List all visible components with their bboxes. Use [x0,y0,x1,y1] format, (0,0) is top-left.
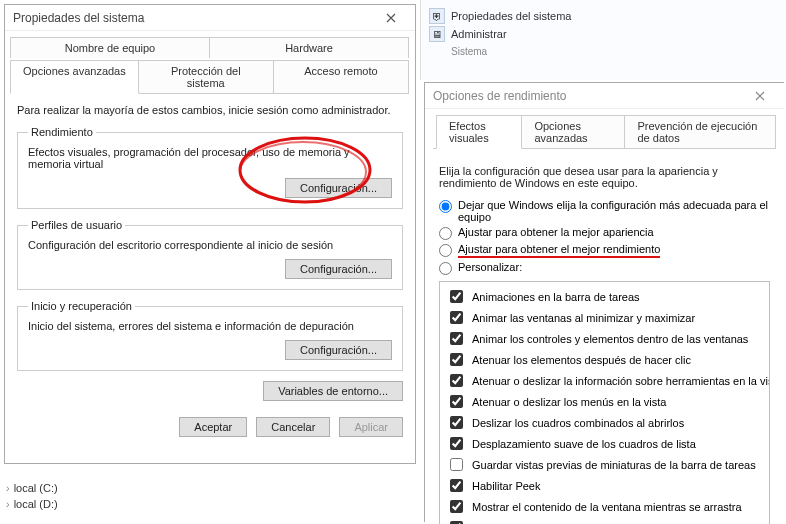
tab-system-protection[interactable]: Protección del sistema [138,60,274,93]
chevron-right-icon: › [6,498,10,510]
group-startup-recovery: Inicio y recuperación Inicio del sistema… [17,300,403,371]
visual-effect-label: Animar los controles y elementos dentro … [472,333,748,345]
computer-icon: 🖥 [429,26,445,42]
startup-recovery-settings-button[interactable]: Configuración... [285,340,392,360]
visual-effect-checkbox[interactable] [450,416,463,429]
visual-effect-checkbox[interactable] [450,311,463,324]
visual-effect-label: Animar las ventanas al minimizar y maxim… [472,312,695,324]
visual-effect-option[interactable]: Mostrar el rectángulo de selección trans… [446,517,763,524]
group-startup-recovery-desc: Inicio del sistema, errores del sistema … [28,320,392,332]
visual-effect-checkbox[interactable] [450,290,463,303]
close-button[interactable] [373,8,409,28]
close-icon [386,13,396,23]
visual-effect-label: Deslizar los cuadros combinados al abrir… [472,417,684,429]
visual-effect-option[interactable]: Atenuar los elementos después de hacer c… [446,349,763,370]
radio-best-appearance[interactable]: Ajustar para obtener la mejor apariencia [439,226,770,240]
radio-custom[interactable]: Personalizar: [439,261,770,275]
radio-custom-input[interactable] [439,262,452,275]
group-performance-legend: Rendimiento [28,126,96,138]
visual-effect-label: Atenuar o deslizar la información sobre … [472,375,770,387]
background-system-panel: ⛨ Propiedades del sistema 🖥 Administrar … [420,0,786,80]
bg-link-system-properties[interactable]: ⛨ Propiedades del sistema [429,8,778,24]
visual-effect-option[interactable]: Habilitar Peek [446,475,763,496]
visual-effect-option[interactable]: Animar las ventanas al minimizar y maxim… [446,307,763,328]
radio-let-windows-choose-input[interactable] [439,200,452,213]
environment-variables-button[interactable]: Variables de entorno... [263,381,403,401]
visual-effect-option[interactable]: Animar los controles y elementos dentro … [446,328,763,349]
explorer-fragment: › local (C:) › local (D:) [0,480,100,512]
bg-link-label: Administrar [451,28,507,40]
tab-remote-access[interactable]: Acceso remoto [273,60,409,93]
bg-link-label: Propiedades del sistema [451,10,571,22]
group-user-profiles: Perfiles de usuario Configuración del es… [17,219,403,290]
ok-button[interactable]: Aceptar [179,417,247,437]
visual-effect-option[interactable]: Mostrar el contenido de la ventana mient… [446,496,763,517]
visual-effect-label: Guardar vistas previas de miniaturas de … [472,459,756,471]
visual-effect-checkbox[interactable] [450,395,463,408]
visual-effect-label: Habilitar Peek [472,480,540,492]
visual-effect-checkbox[interactable] [450,479,463,492]
radio-best-performance-input[interactable] [439,244,452,257]
system-properties-titlebar: Propiedades del sistema [5,5,415,31]
admin-hint: Para realizar la mayoría de estos cambio… [17,104,403,116]
visual-effect-label: Atenuar los elementos después de hacer c… [472,354,691,366]
radio-best-appearance-input[interactable] [439,227,452,240]
visual-effect-label: Animaciones en la barra de tareas [472,291,640,303]
group-user-profiles-desc: Configuración del escritorio correspondi… [28,239,392,251]
visual-effect-option[interactable]: Atenuar o deslizar la información sobre … [446,370,763,391]
group-user-profiles-legend: Perfiles de usuario [28,219,125,231]
cancel-button[interactable]: Cancelar [256,417,330,437]
apply-button[interactable]: Aplicar [339,417,403,437]
close-icon [755,91,765,101]
drive-c-item[interactable]: › local (C:) [6,480,100,496]
system-properties-title: Propiedades del sistema [13,11,144,25]
visual-effect-checkbox[interactable] [450,374,463,387]
visual-effects-checklist[interactable]: Animaciones en la barra de tareasAnimar … [439,281,770,524]
group-startup-recovery-legend: Inicio y recuperación [28,300,135,312]
bg-link-manage[interactable]: 🖥 Administrar [429,26,778,42]
visual-effect-option[interactable]: Animaciones en la barra de tareas [446,286,763,307]
user-profiles-settings-button[interactable]: Configuración... [285,259,392,279]
visual-effect-label: Desplazamiento suave de los cuadros de l… [472,438,696,450]
visual-effect-label: Atenuar o deslizar los menús en la vista [472,396,666,408]
bg-section-label: Sistema [451,46,778,57]
performance-options-titlebar: Opciones de rendimiento [425,83,784,109]
visual-effect-checkbox[interactable] [450,500,463,513]
radio-best-performance[interactable]: Ajustar para obtener el mejor rendimient… [439,243,770,258]
visual-effect-checkbox[interactable] [450,353,463,366]
performance-options-title: Opciones de rendimiento [433,89,566,103]
tab-computer-name[interactable]: Nombre de equipo [10,37,210,58]
visual-effect-option[interactable]: Desplazamiento suave de los cuadros de l… [446,433,763,454]
radio-let-windows-choose[interactable]: Dejar que Windows elija la configuración… [439,199,770,223]
visual-effect-checkbox[interactable] [450,458,463,471]
visual-effect-checkbox[interactable] [450,437,463,450]
tab-hardware[interactable]: Hardware [209,37,409,58]
tab-advanced-options[interactable]: Opciones avanzadas [10,60,139,94]
group-performance: Rendimiento Efectos visuales, programaci… [17,126,403,209]
group-performance-desc: Efectos visuales, programación del proce… [28,146,392,170]
visual-effect-checkbox[interactable] [450,332,463,345]
shield-icon: ⛨ [429,8,445,24]
close-button[interactable] [742,86,778,106]
annotation-red-underline: Ajustar para obtener el mejor rendimient… [458,243,660,258]
system-properties-dialog: Propiedades del sistema Nombre de equipo… [4,4,416,464]
chevron-right-icon: › [6,482,10,494]
visual-effect-option[interactable]: Guardar vistas previas de miniaturas de … [446,454,763,475]
performance-options-dialog: Opciones de rendimiento Efectos visuales… [424,82,784,522]
tab-dep[interactable]: Prevención de ejecución de datos [624,115,776,148]
visual-effect-label: Mostrar el contenido de la ventana mient… [472,501,742,513]
performance-settings-button[interactable]: Configuración... [285,178,392,198]
visual-effect-option[interactable]: Atenuar o deslizar los menús en la vista [446,391,763,412]
tab-visual-effects[interactable]: Efectos visuales [436,115,522,149]
performance-desc: Elija la configuración que desea usar pa… [439,165,770,189]
visual-effect-option[interactable]: Deslizar los cuadros combinados al abrir… [446,412,763,433]
tab-advanced[interactable]: Opciones avanzadas [521,115,625,148]
drive-d-item[interactable]: › local (D:) [6,496,100,512]
